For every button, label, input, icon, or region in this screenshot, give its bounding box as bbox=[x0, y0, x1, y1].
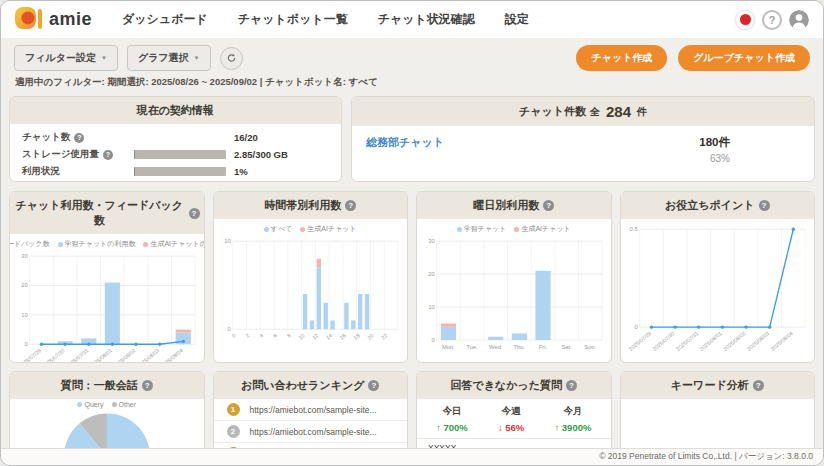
help-badge-icon[interactable]: ? bbox=[759, 200, 770, 211]
card-header: 回答できなかった質問 ? bbox=[417, 372, 611, 399]
unanswered-stat: 今日↑ 700% bbox=[436, 405, 468, 433]
refresh-icon bbox=[227, 52, 236, 64]
svg-text:10: 10 bbox=[297, 332, 305, 340]
japan-flag-dot-icon bbox=[740, 14, 751, 25]
unanswered-questions-card: 回答できなかった質問 ? 今日↑ 700%今週↓ 56%今月↑ 3900% XX… bbox=[416, 371, 612, 456]
svg-text:0: 0 bbox=[635, 324, 639, 330]
chat-count-row: 総務部チャット 180件 63% bbox=[352, 126, 814, 164]
hourly-usage-chart-card: 時間帯別利用数 ? すべて生成AIチャット0100246810121416182… bbox=[213, 191, 409, 363]
card-header: お問い合わせランキング ? bbox=[214, 372, 408, 399]
create-group-chat-button[interactable]: グループチャット作成 bbox=[678, 45, 810, 71]
weekday-usage-chart-card: 曜日別利用数 ? 学習チャット生成AIチャット0102030Mon.Tue.We… bbox=[416, 191, 612, 363]
contract-row-bar-cell bbox=[134, 167, 234, 176]
contract-card-title: 現在の契約情報 bbox=[137, 103, 214, 118]
help-badge-icon[interactable]: ? bbox=[368, 380, 379, 391]
legend-item: Query bbox=[77, 401, 103, 408]
contract-info-card: 現在の契約情報 チャット数?16/20ストレージ使用量?2.85/300 GB利… bbox=[9, 96, 342, 182]
ranking-item[interactable]: 2https://amiebot.com/sample-site... bbox=[214, 421, 408, 443]
svg-text:2025/08/01: 2025/08/01 bbox=[699, 330, 723, 352]
help-icon[interactable]: ? bbox=[762, 10, 782, 30]
legend-item: フィードバック数 bbox=[9, 239, 50, 249]
svg-text:6: 6 bbox=[272, 332, 278, 339]
legend-item: 生成AIチャットの利用数 bbox=[143, 239, 204, 249]
legend-dot-icon bbox=[112, 402, 117, 407]
help-badge-icon[interactable]: ? bbox=[543, 200, 554, 211]
chat-count-value: 180件 bbox=[699, 135, 730, 150]
svg-text:18: 18 bbox=[353, 332, 361, 340]
chat-count-header: チャット件数 全 284 件 bbox=[352, 97, 814, 126]
refresh-button[interactable] bbox=[220, 47, 243, 70]
rank-badge-icon: 2 bbox=[227, 425, 240, 438]
stat-delta: ↑ 700% bbox=[436, 422, 468, 433]
points-chart-card: お役立ちポイント ? 00.52025/07/292025/07/302025/… bbox=[620, 191, 816, 363]
nav-item-3[interactable]: 設定 bbox=[505, 11, 529, 28]
filter-settings-label: フィルター設定 bbox=[25, 51, 96, 65]
help-badge-icon[interactable]: ? bbox=[142, 380, 153, 391]
chat-count-total: 284 bbox=[606, 103, 631, 120]
chat-count-total-label: 全 bbox=[590, 105, 600, 119]
card-header: 質問：一般会話 ? bbox=[10, 372, 204, 399]
chart-legend: すべて生成AIチャット bbox=[264, 224, 357, 234]
chart-canvas: 0100246810121416182022 bbox=[217, 234, 403, 354]
chart-card-header: チャット利用数・フィードバック数 ? bbox=[10, 192, 204, 234]
help-badge-icon[interactable]: ? bbox=[345, 200, 356, 211]
svg-text:30: 30 bbox=[21, 253, 28, 259]
nav-item-0[interactable]: ダッシュボード bbox=[122, 11, 208, 28]
filter-settings-button[interactable]: フィルター設定 ▼ bbox=[14, 45, 118, 71]
language-flag-icon[interactable] bbox=[735, 10, 755, 30]
ranking-item[interactable]: 1https://amiebot.com/sample-site... bbox=[214, 399, 408, 421]
graph-select-button[interactable]: グラフ選択 ▼ bbox=[127, 45, 211, 71]
applied-filter-summary: 適用中のフィルター: 期間選択: 2025/08/26 ~ 2025/09/02… bbox=[15, 76, 809, 89]
chat-count-percent: 63% bbox=[699, 153, 730, 164]
svg-text:2025/08/01: 2025/08/01 bbox=[88, 347, 112, 363]
chatbot-link[interactable]: 総務部チャット bbox=[366, 135, 444, 150]
card-title: キーワード分析 bbox=[671, 378, 749, 393]
help-badge-icon[interactable]: ? bbox=[189, 208, 200, 219]
create-chat-button[interactable]: チャット作成 bbox=[576, 45, 667, 71]
hourly-usage-chart: すべて生成AIチャット0100246810121416182022 bbox=[214, 219, 408, 362]
top-bar: amie ダッシュボードチャットボット一覧チャット状況確認設定 ? bbox=[1, 1, 823, 38]
person-icon bbox=[789, 10, 809, 30]
svg-text:2025/08/02: 2025/08/02 bbox=[722, 330, 746, 352]
chart-title: お役立ちポイント bbox=[665, 198, 755, 213]
chevron-down-icon: ▼ bbox=[101, 55, 107, 61]
points-chart: 00.52025/07/292025/07/302025/07/312025/0… bbox=[621, 219, 815, 362]
keyword-body: チャットの質問を選択してください bbox=[621, 399, 815, 455]
svg-text:2025/08/04: 2025/08/04 bbox=[159, 347, 183, 363]
help-badge-icon[interactable]: ? bbox=[103, 150, 113, 160]
app-window: amie ダッシュボードチャットボット一覧チャット状況確認設定 ? フィルター設… bbox=[0, 0, 824, 466]
ranking-url[interactable]: https://amiebot.com/sample-site... bbox=[250, 427, 377, 437]
amie-logo-icon bbox=[15, 7, 42, 33]
svg-text:22: 22 bbox=[380, 332, 388, 340]
chart-title: 時間帯別利用数 bbox=[264, 198, 341, 213]
usage-feedback-chart: フィードバック数学習チャットの利用数生成AIチャットの利用数0102030202… bbox=[10, 234, 204, 363]
svg-text:Wed.: Wed. bbox=[489, 344, 503, 350]
weekday-usage-chart: 学習チャット生成AIチャット0102030Mon.Tue.Wed.Thu.Fri… bbox=[417, 219, 611, 362]
svg-text:0: 0 bbox=[431, 337, 435, 343]
footer: © 2019 Penetrate of Limits Co,.Ltd. | バー… bbox=[1, 448, 823, 465]
charts-row: チャット利用数・フィードバック数 ? フィードバック数学習チャットの利用数生成A… bbox=[9, 191, 815, 363]
contract-rows: チャット数?16/20ストレージ使用量?2.85/300 GB利用状況1% bbox=[10, 124, 341, 178]
svg-text:14: 14 bbox=[325, 332, 333, 340]
svg-text:Sun.: Sun. bbox=[584, 344, 596, 350]
nav-item-1[interactable]: チャットボット一覧 bbox=[238, 11, 348, 28]
contract-row-label: チャット数? bbox=[22, 131, 134, 144]
unanswered-body: 今日↑ 700%今週↓ 56%今月↑ 3900% XXXXX bbox=[417, 399, 611, 455]
chart-card-header: 時間帯別利用数 ? bbox=[214, 192, 408, 219]
help-badge-icon[interactable]: ? bbox=[566, 380, 577, 391]
user-avatar[interactable] bbox=[789, 10, 809, 30]
legend-item: 生成AIチャット bbox=[514, 224, 570, 234]
legend-item: 学習チャット bbox=[457, 224, 507, 234]
ranking-url[interactable]: https://amiebot.com/sample-site... bbox=[250, 405, 377, 415]
svg-text:12: 12 bbox=[311, 332, 319, 340]
svg-text:Fri.: Fri. bbox=[539, 344, 548, 350]
help-badge-icon[interactable]: ? bbox=[74, 133, 84, 143]
brand-name: amie bbox=[49, 9, 92, 30]
nav-item-2[interactable]: チャット状況確認 bbox=[378, 11, 475, 28]
stat-period-label: 今週 bbox=[498, 405, 524, 418]
usage-bar bbox=[134, 167, 226, 176]
brand-logo[interactable]: amie bbox=[15, 7, 92, 33]
usage-bar-fill bbox=[134, 150, 135, 159]
help-badge-icon[interactable]: ? bbox=[753, 380, 764, 391]
ranking-list: 1https://amiebot.com/sample-site...2http… bbox=[214, 399, 408, 455]
